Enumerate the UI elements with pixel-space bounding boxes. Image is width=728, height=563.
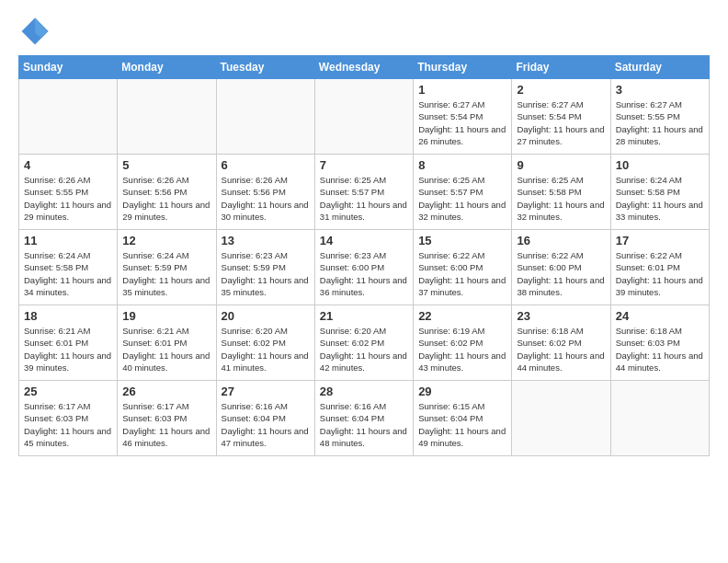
day-info: Sunrise: 6:22 AM Sunset: 6:01 PM Dayligh… xyxy=(616,249,704,298)
day-info: Sunrise: 6:22 AM Sunset: 6:00 PM Dayligh… xyxy=(517,249,605,298)
day-number: 19 xyxy=(122,309,210,323)
calendar-week-row: 11Sunrise: 6:24 AM Sunset: 5:58 PM Dayli… xyxy=(19,230,710,305)
calendar-cell: 17Sunrise: 6:22 AM Sunset: 6:01 PM Dayli… xyxy=(610,230,709,305)
calendar-cell: 11Sunrise: 6:24 AM Sunset: 5:58 PM Dayli… xyxy=(19,230,118,305)
day-info: Sunrise: 6:15 AM Sunset: 6:04 PM Dayligh… xyxy=(418,400,506,449)
day-info: Sunrise: 6:22 AM Sunset: 6:00 PM Dayligh… xyxy=(418,249,506,298)
calendar-cell: 27Sunrise: 6:16 AM Sunset: 6:04 PM Dayli… xyxy=(216,381,314,456)
day-info: Sunrise: 6:18 AM Sunset: 6:02 PM Dayligh… xyxy=(517,325,605,373)
calendar-cell: 4Sunrise: 6:26 AM Sunset: 5:55 PM Daylig… xyxy=(19,155,118,230)
calendar-cell xyxy=(512,381,610,456)
day-info: Sunrise: 6:25 AM Sunset: 5:57 PM Dayligh… xyxy=(418,174,506,223)
day-number: 10 xyxy=(616,158,704,172)
calendar-cell: 22Sunrise: 6:19 AM Sunset: 6:02 PM Dayli… xyxy=(414,305,512,381)
calendar-cell: 25Sunrise: 6:17 AM Sunset: 6:03 PM Dayli… xyxy=(19,381,118,456)
calendar-cell: 23Sunrise: 6:18 AM Sunset: 6:02 PM Dayli… xyxy=(512,305,610,381)
day-info: Sunrise: 6:16 AM Sunset: 6:04 PM Dayligh… xyxy=(320,400,408,449)
calendar-cell xyxy=(19,79,118,155)
day-number: 13 xyxy=(222,234,310,247)
day-info: Sunrise: 6:26 AM Sunset: 5:55 PM Dayligh… xyxy=(24,174,112,223)
calendar-cell: 3Sunrise: 6:27 AM Sunset: 5:55 PM Daylig… xyxy=(610,79,709,155)
calendar-cell: 8Sunrise: 6:25 AM Sunset: 5:57 PM Daylig… xyxy=(414,155,512,230)
calendar-cell: 6Sunrise: 6:26 AM Sunset: 5:56 PM Daylig… xyxy=(216,155,314,230)
day-number: 17 xyxy=(616,234,704,247)
day-number: 5 xyxy=(122,158,210,172)
day-info: Sunrise: 6:26 AM Sunset: 5:56 PM Dayligh… xyxy=(222,174,310,223)
calendar-week-row: 18Sunrise: 6:21 AM Sunset: 6:01 PM Dayli… xyxy=(19,305,710,381)
weekday-header: Sunday xyxy=(19,56,118,79)
day-number: 28 xyxy=(320,385,408,398)
day-info: Sunrise: 6:24 AM Sunset: 5:58 PM Dayligh… xyxy=(616,174,704,223)
calendar-cell: 20Sunrise: 6:20 AM Sunset: 6:02 PM Dayli… xyxy=(216,305,314,381)
day-number: 3 xyxy=(616,83,704,97)
day-info: Sunrise: 6:23 AM Sunset: 5:59 PM Dayligh… xyxy=(222,249,310,298)
calendar-cell: 26Sunrise: 6:17 AM Sunset: 6:03 PM Dayli… xyxy=(118,381,216,456)
day-info: Sunrise: 6:19 AM Sunset: 6:02 PM Dayligh… xyxy=(418,325,506,373)
calendar-cell: 21Sunrise: 6:20 AM Sunset: 6:02 PM Dayli… xyxy=(314,305,413,381)
day-number: 27 xyxy=(222,385,310,398)
day-number: 20 xyxy=(222,309,310,323)
day-info: Sunrise: 6:17 AM Sunset: 6:03 PM Dayligh… xyxy=(24,400,112,449)
day-number: 9 xyxy=(517,158,605,172)
day-number: 25 xyxy=(24,385,112,398)
day-info: Sunrise: 6:17 AM Sunset: 6:03 PM Dayligh… xyxy=(122,400,210,449)
weekday-header-row: SundayMondayTuesdayWednesdayThursdayFrid… xyxy=(19,56,710,79)
day-info: Sunrise: 6:27 AM Sunset: 5:54 PM Dayligh… xyxy=(418,98,506,147)
day-number: 7 xyxy=(320,158,408,172)
calendar-cell: 2Sunrise: 6:27 AM Sunset: 5:54 PM Daylig… xyxy=(512,79,610,155)
day-info: Sunrise: 6:24 AM Sunset: 5:58 PM Dayligh… xyxy=(24,249,112,298)
day-info: Sunrise: 6:18 AM Sunset: 6:03 PM Dayligh… xyxy=(616,325,704,373)
day-number: 18 xyxy=(24,309,112,323)
day-number: 24 xyxy=(616,309,704,323)
logo xyxy=(18,15,55,48)
logo-icon xyxy=(18,15,51,48)
calendar-cell xyxy=(118,79,216,155)
day-number: 2 xyxy=(517,83,605,97)
day-number: 26 xyxy=(122,385,210,398)
calendar-cell xyxy=(314,79,413,155)
day-number: 21 xyxy=(320,309,408,323)
day-info: Sunrise: 6:21 AM Sunset: 6:01 PM Dayligh… xyxy=(122,325,210,373)
day-number: 23 xyxy=(517,309,605,323)
calendar-cell: 29Sunrise: 6:15 AM Sunset: 6:04 PM Dayli… xyxy=(414,381,512,456)
calendar-cell: 15Sunrise: 6:22 AM Sunset: 6:00 PM Dayli… xyxy=(414,230,512,305)
day-info: Sunrise: 6:21 AM Sunset: 6:01 PM Dayligh… xyxy=(24,325,112,373)
calendar-cell: 12Sunrise: 6:24 AM Sunset: 5:59 PM Dayli… xyxy=(118,230,216,305)
day-number: 15 xyxy=(418,234,506,247)
calendar-cell: 19Sunrise: 6:21 AM Sunset: 6:01 PM Dayli… xyxy=(118,305,216,381)
calendar-cell: 28Sunrise: 6:16 AM Sunset: 6:04 PM Dayli… xyxy=(314,381,413,456)
page: SundayMondayTuesdayWednesdayThursdayFrid… xyxy=(0,0,728,465)
day-number: 22 xyxy=(418,309,506,323)
weekday-header: Friday xyxy=(512,56,610,79)
header xyxy=(18,15,710,48)
day-info: Sunrise: 6:24 AM Sunset: 5:59 PM Dayligh… xyxy=(122,249,210,298)
calendar-cell: 1Sunrise: 6:27 AM Sunset: 5:54 PM Daylig… xyxy=(414,79,512,155)
day-number: 6 xyxy=(222,158,310,172)
day-number: 1 xyxy=(418,83,506,97)
day-number: 8 xyxy=(418,158,506,172)
day-info: Sunrise: 6:25 AM Sunset: 5:58 PM Dayligh… xyxy=(517,174,605,223)
day-info: Sunrise: 6:23 AM Sunset: 6:00 PM Dayligh… xyxy=(320,249,408,298)
day-info: Sunrise: 6:20 AM Sunset: 6:02 PM Dayligh… xyxy=(222,325,310,373)
calendar-cell xyxy=(610,381,709,456)
calendar-week-row: 4Sunrise: 6:26 AM Sunset: 5:55 PM Daylig… xyxy=(19,155,710,230)
day-info: Sunrise: 6:27 AM Sunset: 5:55 PM Dayligh… xyxy=(616,98,704,147)
weekday-header: Monday xyxy=(118,56,216,79)
calendar-cell: 9Sunrise: 6:25 AM Sunset: 5:58 PM Daylig… xyxy=(512,155,610,230)
day-info: Sunrise: 6:27 AM Sunset: 5:54 PM Dayligh… xyxy=(517,98,605,147)
calendar-week-row: 25Sunrise: 6:17 AM Sunset: 6:03 PM Dayli… xyxy=(19,381,710,456)
day-number: 4 xyxy=(24,158,112,172)
day-info: Sunrise: 6:26 AM Sunset: 5:56 PM Dayligh… xyxy=(122,174,210,223)
day-info: Sunrise: 6:20 AM Sunset: 6:02 PM Dayligh… xyxy=(320,325,408,373)
day-number: 11 xyxy=(24,234,112,247)
day-number: 14 xyxy=(320,234,408,247)
day-number: 12 xyxy=(122,234,210,247)
day-info: Sunrise: 6:16 AM Sunset: 6:04 PM Dayligh… xyxy=(222,400,310,449)
calendar-cell: 24Sunrise: 6:18 AM Sunset: 6:03 PM Dayli… xyxy=(610,305,709,381)
calendar-cell: 10Sunrise: 6:24 AM Sunset: 5:58 PM Dayli… xyxy=(610,155,709,230)
calendar-cell: 18Sunrise: 6:21 AM Sunset: 6:01 PM Dayli… xyxy=(19,305,118,381)
weekday-header: Tuesday xyxy=(216,56,314,79)
calendar-cell: 16Sunrise: 6:22 AM Sunset: 6:00 PM Dayli… xyxy=(512,230,610,305)
calendar-table: SundayMondayTuesdayWednesdayThursdayFrid… xyxy=(18,55,710,456)
day-info: Sunrise: 6:25 AM Sunset: 5:57 PM Dayligh… xyxy=(320,174,408,223)
